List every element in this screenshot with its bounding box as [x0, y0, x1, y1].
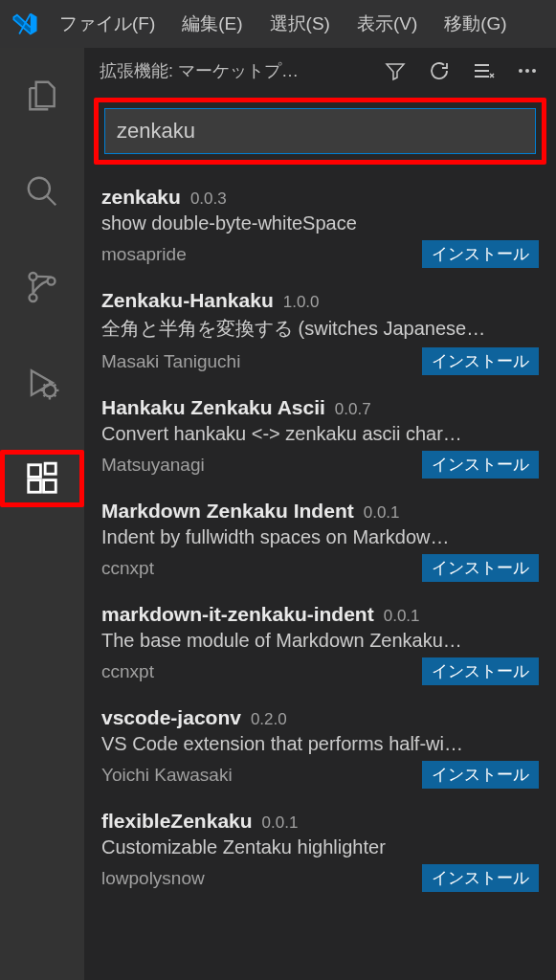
extension-author: Matsuyanagi — [101, 455, 422, 476]
activity-run-debug[interactable] — [0, 354, 84, 412]
activity-explorer[interactable] — [0, 67, 84, 124]
extension-description: show double-byte-whiteSpace — [101, 212, 539, 234]
activity-extensions[interactable] — [0, 450, 84, 507]
svg-rect-6 — [29, 480, 41, 493]
extension-version: 0.0.1 — [364, 503, 400, 523]
install-button[interactable]: インストール — [422, 761, 539, 789]
extension-name: markdown-it-zenkaku-indent — [101, 603, 374, 626]
svg-point-4 — [44, 385, 56, 397]
extension-item[interactable]: zenkaku0.0.3show double-byte-whiteSpacem… — [94, 176, 546, 279]
svg-point-10 — [525, 69, 529, 73]
extensions-results: zenkaku0.0.3show double-byte-whiteSpacem… — [84, 176, 556, 980]
extension-description: VS Code extension that performs half-wi… — [101, 733, 539, 755]
svg-point-11 — [532, 69, 536, 73]
svg-point-3 — [48, 278, 56, 285]
svg-point-0 — [29, 178, 50, 199]
more-icon[interactable] — [514, 57, 541, 84]
extension-item[interactable]: Markdown Zenkaku Indent0.0.1Indent by fu… — [94, 490, 546, 593]
extension-author: Masaki Taniguchi — [101, 351, 422, 372]
extension-name: Hankaku Zenkaku Ascii — [101, 396, 325, 419]
extension-description: Indent by fullwidth spaces on Markdow… — [101, 526, 539, 548]
extension-name: Markdown Zenkaku Indent — [101, 500, 354, 523]
menu-select[interactable]: 選択(S) — [256, 6, 344, 42]
activity-source-control[interactable] — [0, 258, 84, 316]
install-button[interactable]: インストール — [422, 657, 539, 685]
extension-author: ccnxpt — [101, 558, 422, 579]
svg-point-9 — [519, 69, 523, 73]
menu-edit[interactable]: 編集(E) — [168, 6, 256, 42]
titlebar: ファイル(F) 編集(E) 選択(S) 表示(V) 移動(G) — [0, 0, 556, 48]
extension-item[interactable]: markdown-it-zenkaku-indent0.0.1The base … — [94, 593, 546, 697]
extension-description: The base module of Markdown Zenkaku… — [101, 630, 539, 652]
extension-item[interactable]: Hankaku Zenkaku Ascii0.0.7Convert hankak… — [94, 387, 546, 490]
menu-view[interactable]: 表示(V) — [344, 6, 431, 42]
extension-author: ccnxpt — [101, 661, 422, 682]
filter-icon[interactable] — [382, 57, 409, 84]
menu-file[interactable]: ファイル(F) — [46, 6, 168, 42]
extension-name: zenkaku — [101, 186, 181, 209]
clear-icon[interactable] — [470, 57, 497, 84]
sidebar-header: 拡張機能: マーケットプ… — [84, 48, 556, 94]
vscode-logo-icon — [6, 11, 44, 37]
extension-item[interactable]: Zenkaku-Hankaku1.0.0全角と半角を変換する (switches… — [94, 279, 546, 387]
extension-author: lowpolysnow — [101, 868, 422, 889]
extension-version: 0.0.3 — [190, 189, 227, 209]
extension-name: Zenkaku-Hankaku — [101, 289, 274, 312]
extension-version: 0.0.7 — [335, 400, 371, 419]
extensions-sidebar: 拡張機能: マーケットプ… zenkaku0.0.3show double-by… — [84, 48, 556, 980]
extension-version: 0.0.1 — [262, 813, 299, 833]
svg-point-1 — [30, 273, 37, 280]
activity-bar — [0, 48, 84, 980]
extension-author: Yoichi Kawasaki — [101, 765, 422, 786]
install-button[interactable]: インストール — [422, 451, 539, 479]
activity-search[interactable] — [0, 163, 84, 220]
svg-point-2 — [30, 294, 37, 301]
install-button[interactable]: インストール — [422, 347, 539, 375]
extension-version: 0.0.1 — [384, 607, 420, 626]
svg-rect-5 — [29, 465, 41, 478]
search-highlight — [94, 98, 546, 165]
sidebar-title: 拡張機能: マーケットプ… — [100, 59, 365, 82]
refresh-icon[interactable] — [426, 57, 453, 84]
svg-rect-7 — [44, 480, 56, 493]
menu-go[interactable]: 移動(G) — [431, 6, 520, 42]
extension-version: 0.2.0 — [251, 710, 287, 729]
extension-author: mosapride — [101, 244, 422, 265]
extension-name: vscode-jaconv — [101, 706, 241, 729]
install-button[interactable]: インストール — [422, 864, 539, 892]
extension-version: 1.0.0 — [283, 293, 320, 312]
extension-item[interactable]: flexibleZenkaku0.0.1Customizable Zentaku… — [94, 800, 546, 903]
extensions-search-input[interactable] — [104, 108, 536, 154]
menubar: ファイル(F) 編集(E) 選択(S) 表示(V) 移動(G) — [46, 6, 521, 42]
extension-description: Convert hankaku <-> zenkaku ascii char… — [101, 423, 539, 445]
extension-description: 全角と半角を変換する (switches Japanese… — [101, 316, 539, 342]
extension-item[interactable]: vscode-jaconv0.2.0VS Code extension that… — [94, 697, 546, 800]
install-button[interactable]: インストール — [422, 240, 539, 268]
extension-description: Customizable Zentaku highlighter — [101, 836, 539, 858]
install-button[interactable]: インストール — [422, 554, 539, 582]
svg-rect-8 — [45, 463, 56, 474]
extension-name: flexibleZenkaku — [101, 810, 253, 833]
